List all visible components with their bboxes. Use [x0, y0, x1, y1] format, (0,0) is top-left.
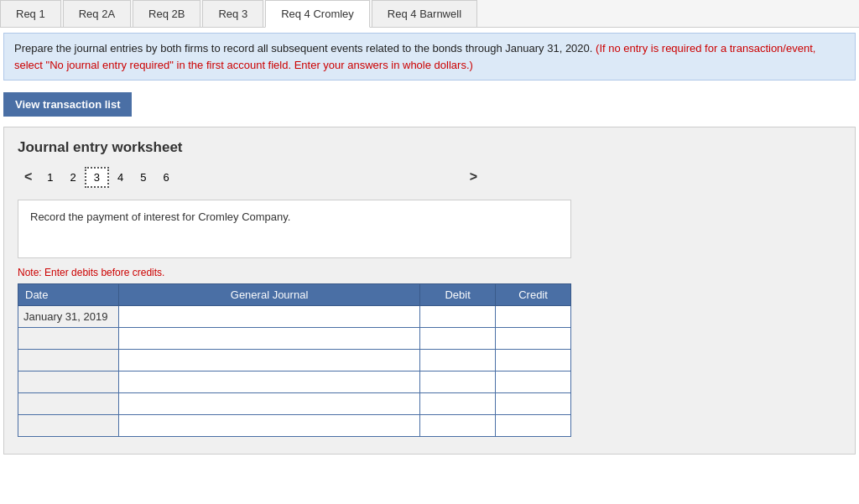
- credit-cell-5[interactable]: [496, 415, 571, 437]
- journal-input-5[interactable]: [119, 415, 419, 436]
- debit-cell-5[interactable]: [420, 415, 496, 437]
- tab-req4cromley[interactable]: Req 4 Cromley: [265, 0, 370, 28]
- tab-req1[interactable]: Req 1: [0, 0, 61, 27]
- credit-cell-4[interactable]: [496, 393, 571, 415]
- table-row: [18, 328, 571, 350]
- debit-input-3[interactable]: [420, 372, 495, 392]
- tab-req2a[interactable]: Req 2A: [63, 0, 131, 27]
- debit-input-2[interactable]: [420, 350, 495, 371]
- credit-cell-2[interactable]: [496, 350, 571, 372]
- table-row: January 31, 2019: [18, 306, 571, 328]
- debit-cell-3[interactable]: [420, 372, 496, 393]
- journal-cell-2[interactable]: [118, 350, 419, 372]
- debit-cell-0[interactable]: [420, 306, 496, 328]
- journal-cell-1[interactable]: [118, 328, 419, 350]
- debit-cell-2[interactable]: [420, 350, 496, 372]
- pagination: < 1 2 3 4 5 6 >: [18, 166, 841, 188]
- date-cell-3: [18, 372, 119, 393]
- prev-page-button[interactable]: <: [18, 166, 39, 188]
- debit-input-4[interactable]: [420, 393, 495, 414]
- page-3-button[interactable]: 3: [85, 167, 109, 188]
- page-1-button[interactable]: 1: [39, 168, 61, 187]
- col-header-date: Date: [18, 284, 119, 306]
- journal-input-3[interactable]: [119, 372, 419, 392]
- journal-worksheet: Journal entry worksheet < 1 2 3 4 5 6 > …: [3, 127, 856, 455]
- credit-input-1[interactable]: [496, 328, 570, 349]
- date-cell-5: [18, 415, 119, 437]
- entry-note: Note: Enter debits before credits.: [18, 267, 841, 278]
- instruction-box: Prepare the journal entries by both firm…: [3, 33, 856, 81]
- credit-input-3[interactable]: [496, 372, 570, 392]
- journal-cell-4[interactable]: [118, 393, 419, 415]
- date-cell-2: [18, 350, 119, 372]
- debit-input-1[interactable]: [420, 328, 495, 349]
- table-row: [18, 415, 571, 437]
- worksheet-title: Journal entry worksheet: [18, 139, 841, 156]
- table-row: [18, 393, 571, 415]
- debit-input-0[interactable]: [420, 306, 495, 327]
- table-row: [18, 350, 571, 372]
- debit-input-5[interactable]: [420, 415, 495, 436]
- tab-req2b[interactable]: Req 2B: [133, 0, 200, 27]
- date-cell-0: January 31, 2019: [18, 306, 119, 328]
- view-transaction-button[interactable]: View transaction list: [3, 92, 132, 117]
- journal-input-0[interactable]: [119, 306, 419, 327]
- date-cell-1: [18, 328, 119, 350]
- page-2-button[interactable]: 2: [62, 168, 85, 187]
- instruction-main: Prepare the journal entries by both firm…: [14, 42, 592, 55]
- tab-req3[interactable]: Req 3: [202, 0, 263, 27]
- credit-input-4[interactable]: [496, 393, 570, 414]
- credit-cell-3[interactable]: [496, 372, 571, 393]
- table-row: [18, 372, 571, 393]
- col-header-debit: Debit: [420, 284, 496, 306]
- page-4-button[interactable]: 4: [109, 168, 132, 187]
- journal-table: Date General Journal Debit Credit Januar…: [18, 283, 571, 437]
- journal-cell-0[interactable]: [118, 306, 419, 328]
- credit-input-0[interactable]: [496, 306, 570, 327]
- date-cell-4: [18, 393, 119, 415]
- credit-input-5[interactable]: [496, 415, 570, 436]
- journal-cell-5[interactable]: [118, 415, 419, 437]
- page-5-button[interactable]: 5: [132, 168, 154, 187]
- credit-cell-1[interactable]: [496, 328, 571, 350]
- journal-cell-3[interactable]: [118, 372, 419, 393]
- debit-cell-4[interactable]: [420, 393, 496, 415]
- col-header-journal: General Journal: [118, 284, 419, 306]
- journal-input-4[interactable]: [119, 393, 419, 414]
- journal-input-1[interactable]: [119, 328, 419, 349]
- tab-req4barnwell[interactable]: Req 4 Barnwell: [372, 0, 477, 27]
- tab-bar: Req 1 Req 2A Req 2B Req 3 Req 4 Cromley …: [0, 0, 859, 28]
- page-6-button[interactable]: 6: [155, 168, 178, 187]
- col-header-credit: Credit: [496, 284, 571, 306]
- next-page-button[interactable]: >: [463, 166, 484, 188]
- credit-cell-0[interactable]: [496, 306, 571, 328]
- debit-cell-1[interactable]: [420, 328, 496, 350]
- journal-input-2[interactable]: [119, 350, 419, 371]
- entry-description: Record the payment of interest for Croml…: [18, 200, 571, 258]
- credit-input-2[interactable]: [496, 350, 570, 371]
